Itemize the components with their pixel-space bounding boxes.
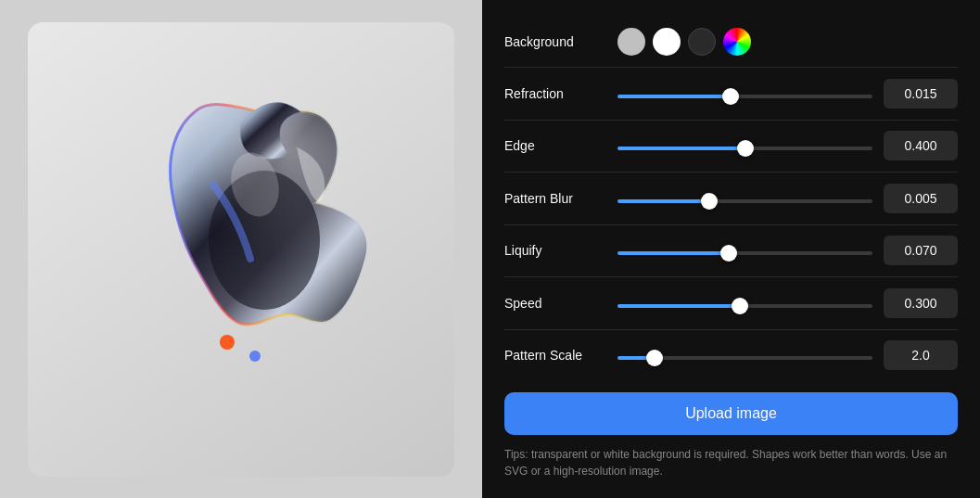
svg-point-1 (220, 335, 235, 350)
edge-slider-container (617, 137, 872, 154)
speed-slider-container (617, 295, 872, 312)
divider-4 (504, 224, 958, 225)
upload-button[interactable]: Upload image (504, 392, 958, 435)
divider-3 (504, 172, 958, 172)
right-panel: Background Refraction Edge Pattern Blur (482, 0, 980, 498)
speed-value[interactable] (884, 288, 958, 318)
speed-slider[interactable] (617, 304, 872, 308)
swatch-light-gray[interactable] (617, 28, 645, 56)
pattern-scale-value[interactable] (884, 340, 958, 370)
background-row: Background (504, 19, 958, 65)
swatch-group (617, 28, 751, 56)
svg-point-2 (249, 351, 261, 362)
pattern-blur-value[interactable] (884, 184, 958, 213)
refraction-slider[interactable] (617, 95, 872, 98)
liquify-row: Liquify (504, 226, 958, 275)
swatch-rainbow[interactable] (723, 28, 751, 56)
pattern-scale-slider-container (617, 347, 872, 364)
pattern-blur-label: Pattern Blur (504, 191, 606, 206)
divider-5 (504, 276, 958, 277)
liquify-label: Liquify (504, 243, 606, 258)
refraction-value[interactable] (884, 79, 958, 109)
edge-slider[interactable] (617, 147, 872, 150)
left-panel (0, 0, 482, 498)
edge-label: Edge (504, 138, 606, 153)
pattern-scale-slider[interactable] (617, 356, 872, 360)
swatch-white[interactable] (653, 28, 681, 56)
edge-value[interactable] (884, 131, 958, 160)
liquify-slider[interactable] (617, 251, 872, 255)
preview-container (28, 22, 454, 477)
pattern-blur-row: Pattern Blur (504, 174, 958, 223)
pattern-scale-label: Pattern Scale (504, 348, 606, 363)
refraction-row: Refraction (504, 70, 958, 118)
divider-2 (504, 120, 958, 121)
background-label: Background (504, 34, 606, 49)
refraction-slider-container (617, 85, 872, 102)
speed-label: Speed (504, 296, 606, 311)
pattern-scale-row: Pattern Scale (504, 331, 958, 379)
edge-row: Edge (504, 121, 958, 170)
pattern-blur-slider[interactable] (617, 199, 872, 203)
refraction-label: Refraction (504, 86, 606, 101)
speed-row: Speed (504, 279, 958, 327)
swatch-dark[interactable] (688, 28, 716, 56)
liquify-slider-container (617, 242, 872, 259)
divider-1 (504, 67, 958, 68)
apple-logo (93, 73, 389, 426)
tips-text: Tips: transparent or white background is… (504, 446, 958, 479)
liquify-value[interactable] (884, 236, 958, 265)
pattern-blur-slider-container (617, 190, 872, 207)
divider-6 (504, 329, 958, 330)
